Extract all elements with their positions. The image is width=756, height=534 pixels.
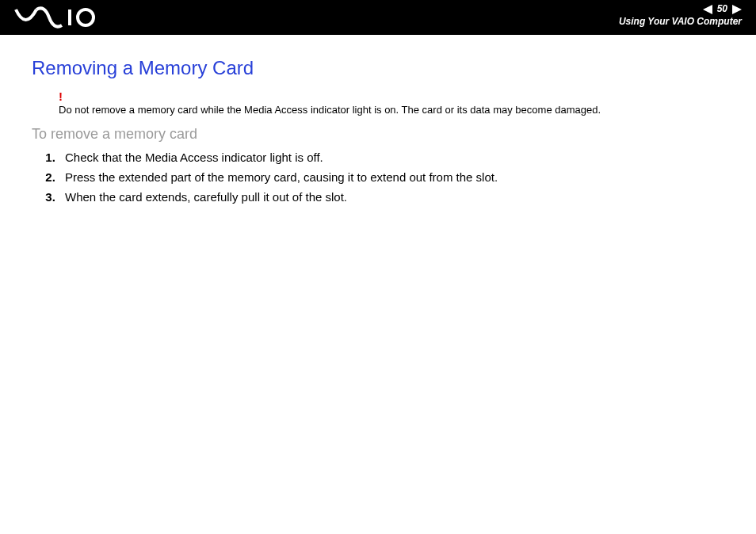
header-nav: 50 Using Your VAIO Computer [619, 3, 742, 28]
page-title: Removing a Memory Card [32, 57, 724, 79]
breadcrumb: Using Your VAIO Computer [619, 16, 742, 29]
page-content: Removing a Memory Card ! Do not remove a… [0, 35, 756, 204]
steps-list: Check that the Media Access indicator li… [32, 151, 724, 204]
list-item: When the card extends, carefully pull it… [59, 190, 724, 204]
section-subtitle: To remove a memory card [32, 126, 724, 143]
vaio-logo [14, 6, 101, 32]
prev-page-icon[interactable] [703, 5, 712, 14]
warning-icon: ! [59, 90, 724, 102]
page-number: 50 [717, 3, 727, 16]
next-page-icon[interactable] [732, 5, 742, 14]
header-bar: 50 Using Your VAIO Computer [0, 0, 756, 35]
svg-point-1 [78, 10, 94, 25]
list-item: Check that the Media Access indicator li… [59, 151, 724, 164]
warning-text: Do not remove a memory card while the Me… [59, 104, 601, 116]
list-item: Press the extended part of the memory ca… [59, 170, 724, 184]
warning-block: ! Do not remove a memory card while the … [59, 90, 724, 116]
svg-rect-0 [68, 10, 71, 25]
